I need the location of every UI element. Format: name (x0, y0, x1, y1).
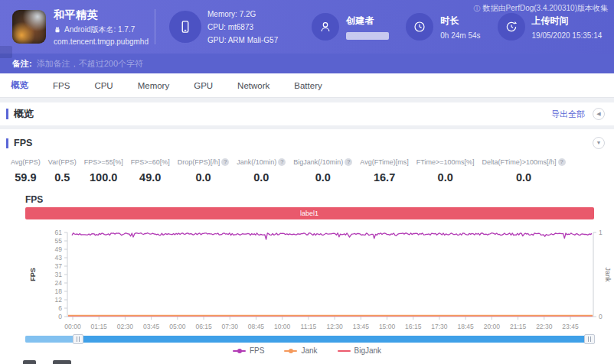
legend-marker (338, 350, 351, 352)
help-icon[interactable]: ? (278, 158, 286, 166)
help-icon[interactable]: ? (221, 158, 229, 166)
app-android-version: Android版本名: 1.7.7 (64, 24, 135, 35)
fps-collapse-button[interactable]: ▼ (593, 137, 605, 149)
svg-text:08:45: 08:45 (248, 323, 265, 330)
svg-text:03:45: 03:45 (143, 323, 160, 330)
tab-memory[interactable]: Memory (138, 73, 170, 97)
svg-text:18: 18 (55, 288, 63, 295)
creator-name-redacted (346, 32, 389, 40)
stat-value: 0.0 (293, 171, 352, 184)
fps-card: FPS ▼ Avg(FPS)59.9Var(FPS)0.5FPS>=55[%]1… (0, 129, 614, 364)
upload-time-label: 上传时间 (532, 15, 603, 28)
app-package: com.tencent.tmgp.pubgmhd (54, 37, 153, 46)
section-tabs: 概览FPSCPUMemoryGPUNetworkBattery (0, 73, 614, 98)
svg-text:18:45: 18:45 (458, 323, 475, 330)
svg-text:FPS: FPS (29, 268, 37, 281)
help-icon[interactable]: ? (558, 158, 566, 166)
tab-gpu[interactable]: GPU (194, 73, 213, 97)
legend-label: Jank (301, 346, 317, 355)
overview-title: 概览 (6, 109, 34, 119)
svg-text:0: 0 (58, 313, 62, 320)
upload-time-icon (498, 13, 525, 41)
scrollbar-left-handle[interactable] (73, 334, 83, 344)
legend-item-bigjank[interactable]: BigJank (338, 346, 382, 355)
svg-text:24: 24 (55, 279, 63, 287)
stat-value: 100.0 (84, 171, 123, 184)
export-all-link[interactable]: 导出全部 (551, 109, 585, 120)
stat-item: Delta(FTime)>100ms[/h]?0.0 (482, 158, 566, 184)
svg-text:49: 49 (55, 245, 63, 253)
stat-item: FTime>=100ms[%]0.0 (416, 158, 475, 184)
svg-text:06:15: 06:15 (195, 323, 212, 330)
header: ⓘ 数据由PerfDog(3.4.200310)版本收集 和平精英 Androi… (0, 0, 614, 54)
remark-input[interactable]: 添加备注，不超过200个字符 (37, 58, 602, 70)
stat-value: 49.0 (131, 171, 170, 184)
legend-item-fps[interactable]: FPS (233, 346, 264, 355)
svg-text:01:15: 01:15 (91, 323, 108, 330)
svg-text:00:00: 00:00 (64, 323, 81, 330)
app-icon (12, 10, 46, 44)
tab-network[interactable]: Network (237, 73, 269, 97)
svg-text:11:15: 11:15 (301, 323, 317, 330)
svg-text:0: 0 (599, 313, 603, 320)
fps-stats-row: Avg(FPS)59.9Var(FPS)0.5FPS>=55[%]100.0FP… (0, 158, 614, 184)
svg-text:16:15: 16:15 (405, 323, 422, 330)
legend-label: FPS (250, 346, 264, 355)
svg-text:43: 43 (55, 254, 63, 262)
device-icon (169, 11, 201, 43)
device-gpu: GPU: ARM Mali-G57 (207, 34, 278, 47)
stat-label: Avg(FPS) (11, 158, 41, 166)
tab-fps[interactable]: FPS (53, 73, 70, 97)
svg-text:12: 12 (55, 296, 63, 304)
next-section-peek (23, 360, 71, 364)
svg-text:22:30: 22:30 (536, 323, 553, 330)
svg-text:02:30: 02:30 (117, 323, 134, 330)
scrollbar-right-handle[interactable] (584, 334, 595, 344)
svg-text:55: 55 (55, 237, 63, 245)
creator-icon (312, 13, 339, 41)
svg-text:13:45: 13:45 (353, 323, 370, 330)
svg-text:12:30: 12:30 (326, 323, 343, 330)
stat-value: 16.7 (360, 171, 409, 184)
legend-label: BigJank (354, 346, 382, 355)
stat-value: 0.0 (482, 171, 566, 184)
stat-label: FPS>=60[%] (131, 158, 170, 166)
svg-text:31: 31 (55, 271, 63, 278)
tab-battery[interactable]: Battery (294, 73, 322, 97)
chart-scrollbar[interactable] (25, 336, 594, 343)
stat-value: 0.0 (178, 171, 230, 184)
overview-collapse-button[interactable]: ◀ (593, 108, 605, 120)
svg-text:label1: label1 (300, 210, 318, 217)
stat-label: Avg(FTime)[ms] (360, 158, 409, 166)
tab-cpu[interactable]: CPU (94, 73, 113, 97)
stat-label: Var(FPS) (48, 158, 77, 166)
stat-value: 0.0 (237, 171, 286, 184)
legend-item-jank[interactable]: Jank (284, 346, 317, 355)
remark-label: 备注: (12, 58, 32, 70)
tab-overview[interactable]: 概览 (11, 73, 28, 97)
stat-item: Var(FPS)0.5 (48, 158, 77, 184)
svg-text:1: 1 (599, 229, 603, 236)
collect-note: ⓘ 数据由PerfDog(3.4.200310)版本收集 (474, 3, 608, 14)
overview-bar: 概览 导出全部 ◀ (0, 102, 614, 125)
svg-text:05:00: 05:00 (169, 323, 186, 330)
duration-icon (406, 13, 433, 41)
upload-time-value: 19/05/2020 15:35:14 (532, 31, 603, 40)
stat-item: Avg(FTime)[ms]16.7 (360, 158, 409, 184)
info-icon: ⓘ (474, 4, 481, 14)
stat-item: FPS>=55[%]100.0 (84, 158, 123, 184)
stat-label: FPS>=55[%] (84, 158, 123, 166)
fps-section-title: FPS (6, 138, 32, 148)
svg-text:07:30: 07:30 (222, 323, 239, 330)
app-title: 和平精英 (54, 8, 153, 22)
legend-marker (284, 350, 297, 352)
svg-text:20:00: 20:00 (484, 323, 501, 330)
stat-value: 59.9 (11, 171, 41, 184)
header-divider (155, 9, 155, 44)
fps-chart[interactable]: label106121824313743495561FPS01Jank00:00… (15, 206, 614, 335)
stat-item: Drop(FPS)[/h]?0.0 (178, 158, 230, 184)
help-icon[interactable]: ? (345, 158, 352, 166)
svg-text:6: 6 (58, 304, 62, 312)
stat-label: Jank(/10min) (237, 158, 276, 166)
duration-value: 0h 24m 54s (440, 31, 480, 40)
